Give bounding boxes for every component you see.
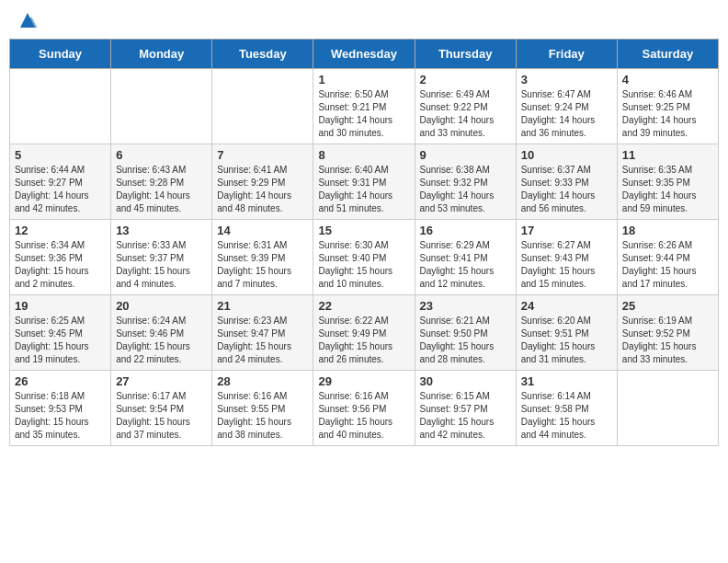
day-number: 24 (521, 299, 612, 313)
calendar-cell: 23Sunrise: 6:21 AMSunset: 9:50 PMDayligh… (415, 295, 516, 371)
day-number: 26 (15, 374, 106, 388)
calendar-cell: 13Sunrise: 6:33 AMSunset: 9:37 PMDayligh… (111, 220, 212, 295)
day-info: Sunrise: 6:43 AMSunset: 9:28 PMDaylight:… (116, 164, 207, 215)
weekday-header-tuesday: Tuesday (212, 40, 313, 69)
day-info: Sunrise: 6:17 AMSunset: 9:54 PMDaylight:… (116, 390, 207, 442)
calendar-cell: 21Sunrise: 6:23 AMSunset: 9:47 PMDayligh… (212, 295, 313, 371)
day-info: Sunrise: 6:37 AMSunset: 9:33 PMDaylight:… (521, 164, 612, 215)
weekday-header-row: SundayMondayTuesdayWednesdayThursdayFrid… (10, 40, 719, 69)
day-number: 3 (521, 73, 612, 86)
day-info: Sunrise: 6:27 AMSunset: 9:43 PMDaylight:… (521, 239, 612, 291)
day-number: 10 (521, 148, 612, 162)
calendar-cell: 2Sunrise: 6:49 AMSunset: 9:22 PMDaylight… (415, 69, 516, 144)
day-info: Sunrise: 6:35 AMSunset: 9:35 PMDaylight:… (622, 164, 713, 215)
day-info: Sunrise: 6:44 AMSunset: 9:27 PMDaylight:… (15, 164, 106, 215)
calendar-cell: 22Sunrise: 6:22 AMSunset: 9:49 PMDayligh… (313, 295, 415, 371)
day-number: 30 (420, 374, 511, 388)
day-info: Sunrise: 6:41 AMSunset: 9:29 PMDaylight:… (217, 164, 308, 215)
calendar-week-2: 5Sunrise: 6:44 AMSunset: 9:27 PMDaylight… (10, 144, 719, 220)
day-number: 13 (116, 224, 207, 237)
calendar-cell: 8Sunrise: 6:40 AMSunset: 9:31 PMDaylight… (313, 144, 415, 220)
day-number: 2 (420, 73, 511, 86)
weekday-header-friday: Friday (516, 40, 617, 69)
day-info: Sunrise: 6:50 AMSunset: 9:21 PMDaylight:… (318, 88, 409, 140)
day-info: Sunrise: 6:33 AMSunset: 9:37 PMDaylight:… (116, 239, 207, 291)
day-info: Sunrise: 6:18 AMSunset: 9:53 PMDaylight:… (15, 390, 106, 442)
day-info: Sunrise: 6:16 AMSunset: 9:56 PMDaylight:… (318, 390, 409, 442)
calendar-cell: 6Sunrise: 6:43 AMSunset: 9:28 PMDaylight… (111, 144, 212, 220)
weekday-header-monday: Monday (111, 40, 212, 69)
day-number: 15 (318, 224, 409, 237)
day-info: Sunrise: 6:22 AMSunset: 9:49 PMDaylight:… (318, 315, 409, 366)
calendar-cell: 15Sunrise: 6:30 AMSunset: 9:40 PMDayligh… (313, 220, 415, 295)
day-number: 28 (217, 374, 308, 388)
calendar-cell: 20Sunrise: 6:24 AMSunset: 9:46 PMDayligh… (111, 295, 212, 371)
calendar-week-3: 12Sunrise: 6:34 AMSunset: 9:36 PMDayligh… (10, 220, 719, 295)
calendar-cell: 29Sunrise: 6:16 AMSunset: 9:56 PMDayligh… (313, 371, 415, 446)
calendar-cell: 16Sunrise: 6:29 AMSunset: 9:41 PMDayligh… (415, 220, 516, 295)
calendar-cell: 19Sunrise: 6:25 AMSunset: 9:45 PMDayligh… (10, 295, 111, 371)
calendar-cell: 25Sunrise: 6:19 AMSunset: 9:52 PMDayligh… (617, 295, 718, 371)
calendar-cell: 30Sunrise: 6:15 AMSunset: 9:57 PMDayligh… (415, 371, 516, 446)
day-info: Sunrise: 6:15 AMSunset: 9:57 PMDaylight:… (420, 390, 511, 442)
calendar-cell: 14Sunrise: 6:31 AMSunset: 9:39 PMDayligh… (212, 220, 313, 295)
calendar-cell: 27Sunrise: 6:17 AMSunset: 9:54 PMDayligh… (111, 371, 212, 446)
day-number: 11 (622, 148, 713, 162)
day-info: Sunrise: 6:23 AMSunset: 9:47 PMDaylight:… (217, 315, 308, 366)
calendar-cell: 11Sunrise: 6:35 AMSunset: 9:35 PMDayligh… (617, 144, 718, 220)
day-number: 17 (521, 224, 612, 237)
calendar-cell (111, 69, 212, 144)
day-info: Sunrise: 6:38 AMSunset: 9:32 PMDaylight:… (420, 164, 511, 215)
weekday-header-thursday: Thursday (415, 40, 516, 69)
day-number: 18 (622, 224, 713, 237)
day-info: Sunrise: 6:30 AMSunset: 9:40 PMDaylight:… (318, 239, 409, 291)
day-info: Sunrise: 6:14 AMSunset: 9:58 PMDaylight:… (521, 390, 612, 442)
day-number: 19 (15, 299, 106, 313)
day-info: Sunrise: 6:47 AMSunset: 9:24 PMDaylight:… (521, 88, 612, 140)
day-info: Sunrise: 6:40 AMSunset: 9:31 PMDaylight:… (318, 164, 409, 215)
day-info: Sunrise: 6:24 AMSunset: 9:46 PMDaylight:… (116, 315, 207, 366)
weekday-header-saturday: Saturday (617, 40, 718, 69)
day-number: 1 (318, 73, 409, 86)
day-info: Sunrise: 6:26 AMSunset: 9:44 PMDaylight:… (622, 239, 713, 291)
day-number: 23 (420, 299, 511, 313)
logo-icon (17, 9, 39, 31)
calendar-cell: 5Sunrise: 6:44 AMSunset: 9:27 PMDaylight… (10, 144, 111, 220)
calendar-cell: 28Sunrise: 6:16 AMSunset: 9:55 PMDayligh… (212, 371, 313, 446)
day-number: 12 (15, 224, 106, 237)
day-number: 27 (116, 374, 207, 388)
day-number: 5 (15, 148, 106, 162)
calendar-cell: 9Sunrise: 6:38 AMSunset: 9:32 PMDaylight… (415, 144, 516, 220)
calendar-cell: 10Sunrise: 6:37 AMSunset: 9:33 PMDayligh… (516, 144, 617, 220)
day-number: 29 (318, 374, 409, 388)
calendar-cell (10, 69, 111, 144)
calendar-cell: 26Sunrise: 6:18 AMSunset: 9:53 PMDayligh… (10, 371, 111, 446)
calendar-table: SundayMondayTuesdayWednesdayThursdayFrid… (9, 39, 719, 446)
day-number: 20 (116, 299, 207, 313)
calendar-cell: 7Sunrise: 6:41 AMSunset: 9:29 PMDaylight… (212, 144, 313, 220)
day-info: Sunrise: 6:49 AMSunset: 9:22 PMDaylight:… (420, 88, 511, 140)
day-number: 16 (420, 224, 511, 237)
day-number: 4 (622, 73, 713, 86)
calendar-cell: 17Sunrise: 6:27 AMSunset: 9:43 PMDayligh… (516, 220, 617, 295)
calendar-cell (617, 371, 718, 446)
day-info: Sunrise: 6:16 AMSunset: 9:55 PMDaylight:… (217, 390, 308, 442)
day-info: Sunrise: 6:20 AMSunset: 9:51 PMDaylight:… (521, 315, 612, 366)
day-number: 9 (420, 148, 511, 162)
day-info: Sunrise: 6:29 AMSunset: 9:41 PMDaylight:… (420, 239, 511, 291)
calendar-cell: 3Sunrise: 6:47 AMSunset: 9:24 PMDaylight… (516, 69, 617, 144)
page-header (9, 9, 719, 31)
calendar-cell: 1Sunrise: 6:50 AMSunset: 9:21 PMDaylight… (313, 69, 415, 144)
calendar-cell: 31Sunrise: 6:14 AMSunset: 9:58 PMDayligh… (516, 371, 617, 446)
day-number: 22 (318, 299, 409, 313)
calendar-week-5: 26Sunrise: 6:18 AMSunset: 9:53 PMDayligh… (10, 371, 719, 446)
day-info: Sunrise: 6:31 AMSunset: 9:39 PMDaylight:… (217, 239, 308, 291)
day-number: 31 (521, 374, 612, 388)
day-info: Sunrise: 6:21 AMSunset: 9:50 PMDaylight:… (420, 315, 511, 366)
weekday-header-sunday: Sunday (10, 40, 111, 69)
calendar-cell: 12Sunrise: 6:34 AMSunset: 9:36 PMDayligh… (10, 220, 111, 295)
calendar-week-1: 1Sunrise: 6:50 AMSunset: 9:21 PMDaylight… (10, 69, 719, 144)
day-number: 6 (116, 148, 207, 162)
day-info: Sunrise: 6:34 AMSunset: 9:36 PMDaylight:… (15, 239, 106, 291)
logo (13, 9, 39, 31)
